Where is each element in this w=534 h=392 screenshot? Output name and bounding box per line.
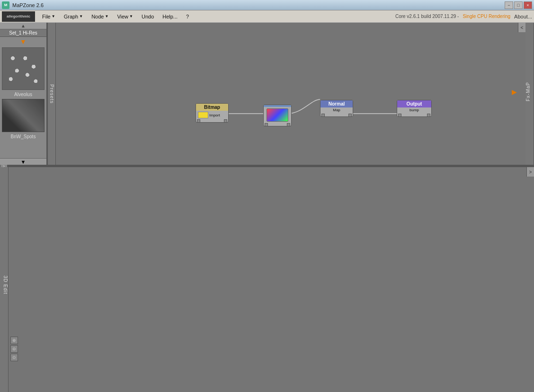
graph-collapse-button[interactable]: < — [518, 23, 525, 32]
preset-label-alveolus: Alveolus — [0, 91, 46, 98]
node-output-subtitle: bump — [408, 107, 421, 114]
menu-help-label: Help... — [162, 14, 178, 19]
sidebar-arrow-icon: ▼ — [0, 37, 46, 46]
bottom-collapse-button[interactable]: > — [526, 167, 534, 177]
menu-graph[interactable]: Graph ▼ — [60, 12, 88, 21]
menu-view[interactable]: View ▼ — [113, 12, 137, 21]
preset-thumbnail-1[interactable] — [2, 47, 44, 90]
menu-graph-label: Graph — [64, 14, 79, 19]
node-bitmap-subtitle: Import — [209, 113, 220, 117]
app-icon-letter: M — [4, 3, 8, 7]
window-title: MaPZone 2.6 — [12, 2, 44, 8]
menu-undo-label: Undo — [142, 14, 154, 19]
node-bitmap[interactable]: Bitmap Import — [196, 103, 229, 123]
menu-question[interactable]: ? — [182, 12, 193, 21]
menu-help[interactable]: Help... — [158, 12, 182, 21]
fxmap-arrow-icon[interactable]: ▶ — [512, 88, 517, 96]
menu-file[interactable]: File ▼ — [38, 12, 60, 21]
window-controls: − □ × — [505, 1, 532, 9]
status-orange: Single CPU Rendering — [463, 14, 510, 19]
node-normal-port-right — [348, 114, 352, 117]
menu-graph-arrow: ▼ — [79, 14, 83, 18]
sidebar-panel: ▲ Set_1 Hi-Res ▼ Alveolus BnW_Spots ▼ — [0, 23, 47, 165]
node-normal-subtitle: Map — [331, 107, 342, 114]
scroll-down-icon: ▼ — [21, 159, 26, 165]
sidebar-preset-name: Set_1 Hi-Res — [0, 29, 46, 37]
presets-tab[interactable]: Presets — [47, 23, 56, 165]
app-icon: M — [2, 1, 9, 9]
node-normal[interactable]: Normal Map — [320, 100, 353, 117]
node-normal-port-left — [321, 114, 325, 117]
about-link[interactable]: About... — [514, 14, 532, 19]
node-middle-port-right — [287, 123, 290, 126]
bottom-section: 3D Edit > ⊕ ⊖ ⊙ — [0, 167, 534, 392]
titlebar: M MaPZone 2.6 − □ × — [0, 0, 534, 10]
node-output[interactable]: Output bump — [397, 100, 432, 117]
menu-file-arrow: ▼ — [52, 14, 55, 18]
node-connections — [56, 23, 525, 165]
bottom-collapse-icon: > — [529, 169, 532, 175]
minimize-button[interactable]: − — [505, 1, 513, 9]
menu-view-arrow: ▼ — [129, 14, 133, 18]
top-section: ▲ Set_1 Hi-Res ▼ Alveolus BnW_Spots ▼ Pr… — [0, 23, 534, 165]
node-bitmap-port-left — [197, 119, 200, 123]
app-logo: allegorithmic — [2, 11, 35, 22]
node-middle[interactable] — [263, 105, 292, 126]
node-middle-title — [264, 105, 291, 107]
menu-undo[interactable]: Undo — [137, 12, 158, 21]
node-bitmap-title: Bitmap — [196, 104, 228, 111]
viewport-reset-icon[interactable]: ⊙ — [10, 354, 18, 361]
viewport-zoom-icon[interactable]: ⊕ — [10, 337, 18, 344]
preset-thumbnail-2[interactable] — [2, 99, 44, 132]
node-output-port-right — [427, 114, 430, 117]
sidebar-scroll-up[interactable]: ▲ — [0, 23, 46, 29]
node-middle-port-left — [265, 123, 268, 126]
close-button[interactable]: × — [524, 1, 532, 9]
node-output-port-left — [398, 114, 401, 117]
logo-text: allegorithmic — [7, 14, 30, 18]
fxmap-tab[interactable]: Fx-MaP — [525, 23, 534, 165]
sidebar-scroll-down[interactable]: ▼ — [0, 158, 46, 165]
node-normal-title: Normal — [320, 100, 353, 107]
3d-edit-tab[interactable]: 3D Edit — [0, 167, 9, 392]
menu-view-label: View — [117, 14, 128, 19]
menu-node-arrow: ▼ — [105, 14, 108, 18]
viewport-fit-icon[interactable]: ⊖ — [10, 345, 18, 353]
menubar: allegorithmic File ▼ Graph ▼ Node ▼ View… — [0, 10, 534, 23]
scroll-up-icon: ▲ — [21, 23, 26, 28]
viewport-icons: ⊕ ⊖ ⊙ — [10, 337, 18, 361]
titlebar-left: M MaPZone 2.6 — [2, 1, 44, 9]
menu-question-label: ? — [186, 14, 189, 19]
preset-label-bnw-spots: BnW_Spots — [0, 133, 46, 140]
menu-file-label: File — [42, 14, 51, 19]
3d-viewport[interactable]: > ⊕ ⊖ ⊙ — [9, 167, 534, 392]
menu-node-label: Node — [91, 14, 104, 19]
node-bitmap-port-right — [224, 119, 227, 123]
maximize-button[interactable]: □ — [514, 1, 523, 9]
status-text-bar: Core v2.6.1 build 2007.11.29 - — [395, 14, 459, 19]
menu-node[interactable]: Node ▼ — [87, 12, 113, 21]
node-output-title: Output — [397, 100, 431, 107]
graph-canvas[interactable]: < Bitmap Import — [56, 23, 525, 165]
